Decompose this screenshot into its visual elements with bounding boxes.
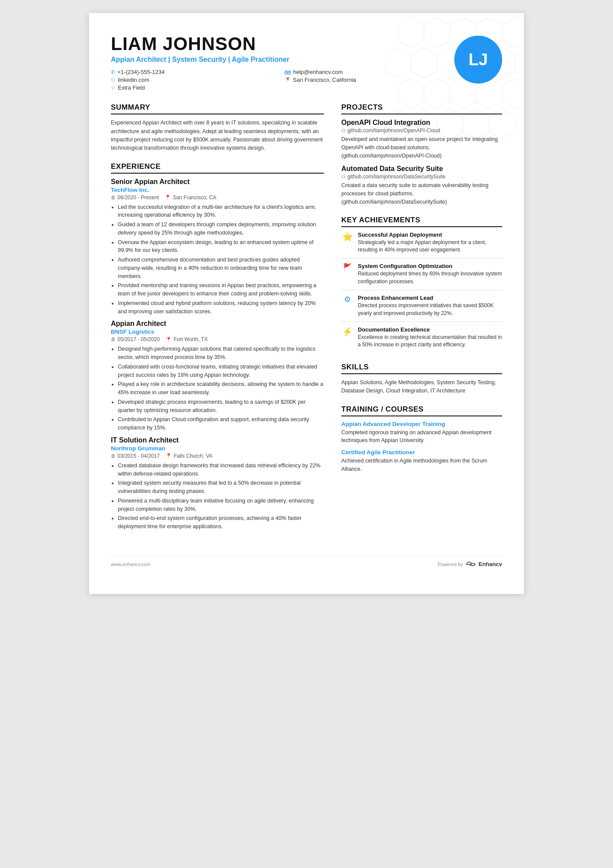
experience-title: EXPERIENCE bbox=[111, 162, 324, 174]
location-value: San Francisco, California bbox=[293, 77, 356, 83]
job-location-1: 📍 San Francisco, CA bbox=[165, 194, 216, 201]
achievement-content-4: Documentation Excellence Excellence in c… bbox=[358, 326, 502, 349]
svg-marker-10 bbox=[515, 48, 524, 78]
phone-value: +1-(234)-555-1234 bbox=[117, 69, 165, 75]
linkedin-contact: ⚇ linkedin.com bbox=[111, 77, 263, 83]
job-bullets-3: Created database design frameworks that … bbox=[111, 462, 324, 531]
project-item-1: OpenAPI Cloud Integration ⚇ github.com/l… bbox=[341, 119, 502, 160]
resume-header: LIAM JOHNSON Appian Architect | System S… bbox=[111, 34, 502, 91]
body-columns: SUMMARY Experienced Appian Architect wit… bbox=[111, 103, 502, 540]
training-name-1: Appian Advanced Developer Training bbox=[341, 421, 502, 427]
projects-title: PROJECTS bbox=[341, 103, 502, 114]
training-name-2: Certified Agile Practitioner bbox=[341, 449, 502, 456]
candidate-title: Appian Architect | System Security | Agi… bbox=[111, 56, 454, 64]
svg-point-21 bbox=[470, 563, 472, 565]
job-item-1: Senior Appian Architect TechFlow Inc. 🗓 … bbox=[111, 178, 324, 316]
training-desc-1: Completed rigorous training on advanced … bbox=[341, 429, 502, 445]
extra-contact: ☆ Extra Field bbox=[111, 84, 263, 91]
bullet: Directed end-to-end system configuration… bbox=[118, 514, 324, 531]
bullet: Designed high-performing Appian solution… bbox=[118, 345, 324, 362]
achievement-3: ⚙ Process Enhancement Lead Directed proc… bbox=[341, 295, 502, 322]
training-item-1: Appian Advanced Developer Training Compl… bbox=[341, 421, 502, 445]
bullet: Collaborated with cross-functional teams… bbox=[118, 363, 324, 379]
bullet: Oversaw the Appian ecosystem design, lea… bbox=[118, 238, 324, 255]
email-value: help@enhancv.com bbox=[293, 69, 343, 75]
project-desc-1: Developed and maintained an open-source … bbox=[341, 135, 502, 160]
achievement-icon-3: ⚙ bbox=[341, 295, 353, 317]
job-dates-2: 🗓 05/2017 - 05/2020 bbox=[111, 336, 160, 342]
training-item-2: Certified Agile Practitioner Achieved ce… bbox=[341, 449, 502, 473]
achievement-desc-3: Directed process improvement initiatives… bbox=[358, 302, 502, 317]
job-location-3: 📍 Falls Church, VA bbox=[166, 453, 212, 459]
header-left: LIAM JOHNSON Appian Architect | System S… bbox=[111, 34, 454, 91]
page-footer: www.enhancv.com Powered by Enhancv bbox=[111, 556, 502, 568]
bullet: Integrated system security measures that… bbox=[118, 479, 324, 496]
job-location-2: 📍 Fort Worth, TX bbox=[166, 336, 207, 342]
job-dates-3: 🗓 03/2015 - 04/2017 bbox=[111, 453, 160, 459]
job-item-3: IT Solution Architect Northrop Grumman 🗓… bbox=[111, 436, 324, 531]
bullet: Contributed to Appian Cloud configuratio… bbox=[118, 416, 324, 432]
achievement-title-4: Documentation Excellence bbox=[358, 326, 502, 333]
email-icon: @ bbox=[285, 69, 291, 75]
link-icon: ⚇ bbox=[111, 77, 116, 83]
candidate-name: LIAM JOHNSON bbox=[111, 34, 454, 54]
achievement-icon-2: 🚩 bbox=[341, 263, 353, 285]
link-icon-1: ⚇ bbox=[341, 128, 346, 134]
left-column: SUMMARY Experienced Appian Architect wit… bbox=[111, 103, 324, 540]
right-column: PROJECTS OpenAPI Cloud Integration ⚇ git… bbox=[341, 103, 502, 540]
bullet: Led the successful integration of a mult… bbox=[118, 203, 324, 220]
project-desc-2: Created a data security suite to automat… bbox=[341, 181, 502, 206]
project-link-2: ⚇ github.com/liamjohnson/DataSecuritySui… bbox=[341, 174, 502, 180]
training-title: TRAINING / COURSES bbox=[341, 405, 502, 416]
resume-page: LIAM JOHNSON Appian Architect | System S… bbox=[89, 13, 524, 594]
company-2: BNSF Logistics bbox=[111, 328, 324, 335]
email-contact: @ help@enhancv.com bbox=[285, 69, 454, 75]
job-meta-2: 🗓 05/2017 - 05/2020 📍 Fort Worth, TX bbox=[111, 336, 324, 342]
bullet: Provided mentorship and training session… bbox=[118, 282, 324, 298]
brand-name: Enhancv bbox=[479, 561, 502, 567]
job-item-2: Appian Architect BNSF Logistics 🗓 05/201… bbox=[111, 320, 324, 432]
summary-section: SUMMARY Experienced Appian Architect wit… bbox=[111, 103, 324, 153]
bullet: Developed strategic process improvements… bbox=[118, 398, 324, 415]
job-title-3: IT Solution Architect bbox=[111, 436, 324, 444]
project-link-1: ⚇ github.com/liamjohnson/OpenAPI-Cloud bbox=[341, 127, 502, 134]
job-title-1: Senior Appian Architect bbox=[111, 178, 324, 186]
phone-contact: +1-(234)-555-1234 bbox=[111, 69, 263, 75]
powered-by-label: Powered by bbox=[438, 562, 463, 567]
achievement-1: ⭐ Successful Appian Deployment Strategic… bbox=[341, 231, 502, 259]
projects-section: PROJECTS OpenAPI Cloud Integration ⚇ git… bbox=[341, 103, 502, 206]
achievements-title: KEY ACHIEVEMENTS bbox=[341, 216, 502, 227]
bullet: Pioneered a multi-disciplinary team init… bbox=[118, 497, 324, 513]
footer-website: www.enhancv.com bbox=[111, 562, 150, 567]
achievement-icon-4: ⚡ bbox=[341, 326, 353, 349]
achievement-4: ⚡ Documentation Excellence Excellence in… bbox=[341, 326, 502, 353]
achievement-desc-1: Strategically led a major Appian deploym… bbox=[358, 239, 502, 254]
training-desc-2: Achieved certification in Agile methodol… bbox=[341, 457, 502, 473]
achievement-2: 🚩 System Configuration Optimization Redu… bbox=[341, 263, 502, 290]
achievement-desc-4: Excellence in creating technical documen… bbox=[358, 334, 502, 349]
location-contact: 📍 San Francisco, California bbox=[285, 77, 454, 83]
bullet: Authored comprehensive documentation and… bbox=[118, 256, 324, 280]
contact-grid: +1-(234)-555-1234 @ help@enhancv.com ⚇ l… bbox=[111, 69, 454, 91]
svg-marker-4 bbox=[502, 17, 524, 48]
job-bullets-1: Led the successful integration of a mult… bbox=[111, 203, 324, 316]
job-title-2: Appian Architect bbox=[111, 320, 324, 328]
star-icon: ☆ bbox=[111, 85, 116, 91]
skills-title: SKILLS bbox=[341, 363, 502, 374]
achievement-content-1: Successful Appian Deployment Strategical… bbox=[358, 231, 502, 254]
footer-brand: Powered by Enhancv bbox=[438, 561, 502, 568]
achievement-title-3: Process Enhancement Lead bbox=[358, 295, 502, 301]
bullet: Created database design frameworks that … bbox=[118, 462, 324, 478]
summary-title: SUMMARY bbox=[111, 103, 324, 114]
job-meta-3: 🗓 03/2015 - 04/2017 📍 Falls Church, VA bbox=[111, 453, 324, 459]
job-bullets-2: Designed high-performing Appian solution… bbox=[111, 345, 324, 432]
achievement-icon-1: ⭐ bbox=[341, 231, 353, 254]
bullet: Played a key role in architecture scalab… bbox=[118, 380, 324, 397]
location-icon: 📍 bbox=[285, 77, 291, 83]
linkedin-value: linkedin.com bbox=[118, 77, 149, 83]
job-dates-1: 🗓 06/2020 - Present bbox=[111, 194, 159, 201]
skills-text: Appian Solutions, Agile Methodologies, S… bbox=[341, 379, 502, 395]
company-1: TechFlow Inc. bbox=[111, 187, 324, 193]
experience-section: EXPERIENCE Senior Appian Architect TechF… bbox=[111, 162, 324, 531]
achievement-title-2: System Configuration Optimization bbox=[358, 263, 502, 269]
